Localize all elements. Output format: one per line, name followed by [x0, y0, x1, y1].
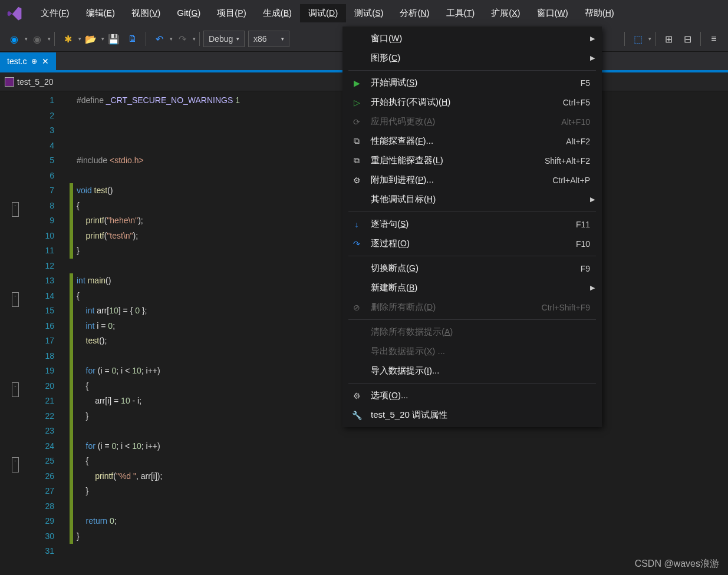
menu-item[interactable]: 图形(C)▶ [342, 48, 602, 68]
menu-item[interactable]: ⚙选项(O)... [342, 386, 602, 405]
line-number[interactable]: 2 [0, 108, 54, 124]
code-line[interactable]: printf("%d ", arr[i]); [70, 469, 728, 484]
line-number[interactable]: 11 [0, 243, 54, 259]
line-number[interactable]: 4 [0, 138, 54, 154]
undo-button[interactable]: ↶ [151, 31, 167, 47]
tool-icon[interactable]: ⊟ [679, 31, 696, 47]
line-number[interactable]: 5 [0, 153, 54, 168]
line-number[interactable]: 14 [0, 289, 54, 304]
line-number[interactable]: 23 [0, 424, 54, 439]
separator [624, 32, 625, 46]
open-file-button[interactable]: 📂 [83, 31, 99, 47]
close-icon[interactable]: ✕ [42, 57, 49, 66]
menu-item[interactable]: 其他调试目标(H)▶ [342, 190, 602, 209]
menu-p[interactable]: 项目(P) [209, 4, 254, 22]
line-number[interactable]: 10 [0, 229, 54, 244]
menu-item[interactable]: ⧉性能探查器(F)...Alt+F2 [342, 131, 602, 151]
line-number[interactable]: 13- [0, 273, 54, 289]
menu-x[interactable]: 扩展(X) [483, 4, 528, 22]
line-number[interactable]: 21 [0, 394, 54, 409]
debug-menu-dropdown: 窗口(W)▶图形(C)▶▶开始调试(S)F5▷开始执行(不调试)(H)Ctrl+… [342, 27, 602, 427]
line-number[interactable]: 3 [0, 123, 54, 138]
menu-f[interactable]: 文件(F) [32, 4, 78, 22]
menu-item[interactable]: ⚙附加到进程(P)...Ctrl+Alt+P [342, 170, 602, 190]
chevron-down-icon[interactable]: ▾ [170, 36, 173, 42]
context-dropdown[interactable]: test_5_20 [5, 77, 54, 87]
line-number[interactable]: 9 [0, 213, 54, 229]
menu-t[interactable]: 工具(T) [438, 4, 483, 22]
menu-b[interactable]: 生成(B) [255, 4, 300, 22]
line-number[interactable]: 27 [0, 484, 54, 499]
menu-item[interactable]: ↷逐过程(O)F10 [342, 234, 602, 253]
chevron-down-icon[interactable]: ▾ [25, 36, 28, 42]
menu-d[interactable]: 调试(D) [300, 4, 346, 22]
menu-e[interactable]: 编辑(E) [78, 4, 123, 22]
line-gutter[interactable]: 1234567-8910111213-141516171819-20212223… [0, 91, 70, 569]
line-number[interactable]: 25 [0, 454, 54, 469]
pin-icon[interactable]: ⊕ [31, 57, 37, 65]
tool-icon[interactable]: ⊞ [660, 31, 677, 47]
menu-item[interactable]: ▷开始执行(不调试)(H)Ctrl+F5 [342, 92, 602, 112]
tool-icon[interactable]: ⬚ [630, 31, 646, 47]
line-number[interactable]: 30 [0, 529, 54, 544]
line-number[interactable]: 28 [0, 499, 54, 514]
chevron-down-icon[interactable]: ▾ [648, 36, 651, 42]
code-line[interactable]: } [70, 484, 728, 499]
menu-g[interactable]: Git(G) [169, 4, 209, 22]
menu-item[interactable]: 切换断点(G)F9 [342, 259, 602, 278]
menu-item[interactable]: 导入数据提示(I)... [342, 361, 602, 381]
new-file-button[interactable]: ✱ [60, 31, 76, 47]
code-line[interactable] [70, 499, 728, 514]
line-number[interactable]: 1 [0, 93, 54, 108]
menu-label: 清除所有数据提示(A) [371, 326, 590, 338]
line-number[interactable]: 16 [0, 319, 54, 334]
line-number[interactable]: 7- [0, 183, 54, 199]
line-number[interactable]: 17 [0, 333, 54, 349]
line-number[interactable]: 22 [0, 409, 54, 424]
menu-item[interactable]: 🔧test_5_20 调试属性 [342, 405, 602, 425]
line-number[interactable]: 26 [0, 469, 54, 484]
nav-back-button[interactable]: ◉ [6, 31, 22, 47]
line-number[interactable]: 6 [0, 168, 54, 184]
save-all-button[interactable]: 🗎 [124, 31, 141, 47]
menu-item[interactable]: ↓逐语句(S)F11 [342, 214, 602, 234]
menu-s[interactable]: 测试(S) [346, 4, 391, 22]
line-number[interactable]: 31 [0, 544, 54, 559]
redo-button[interactable]: ↷ [174, 31, 190, 47]
chevron-down-icon[interactable]: ▾ [78, 36, 81, 42]
code-line[interactable] [70, 544, 728, 559]
line-number[interactable]: 8 [0, 199, 54, 214]
line-number[interactable]: 19- [0, 363, 54, 379]
config-dropdown[interactable]: Debug▾ [203, 31, 245, 47]
menu-label: 新建断点(B) [371, 282, 585, 293]
code-line[interactable]: } [70, 529, 728, 544]
code-line[interactable]: return 0; [70, 514, 728, 529]
platform-dropdown[interactable]: x86▾ [248, 31, 289, 47]
line-number[interactable]: 24- [0, 439, 54, 454]
line-number[interactable]: 20 [0, 379, 54, 394]
menu-item[interactable]: ⧉重启性能探查器(L)Shift+Alt+F2 [342, 151, 602, 170]
line-number[interactable]: 29 [0, 514, 54, 529]
line-number[interactable]: 12 [0, 259, 54, 274]
menu-item[interactable]: ▶开始调试(S)F5 [342, 73, 602, 92]
submenu-arrow-icon: ▶ [590, 35, 595, 42]
save-button[interactable]: 💾 [106, 31, 122, 47]
menu-item: 清除所有数据提示(A) [342, 322, 602, 342]
menu-icon: ↷ [350, 239, 364, 249]
menu-h[interactable]: 帮助(H) [577, 4, 622, 22]
code-line[interactable]: for (i = 0; i < 10; i++) [70, 439, 728, 454]
line-number[interactable]: 15 [0, 303, 54, 319]
menu-w[interactable]: 窗口(W) [529, 4, 577, 22]
menu-v[interactable]: 视图(V) [123, 4, 169, 22]
menu-item[interactable]: 新建断点(B)▶ [342, 278, 602, 298]
nav-forward-button[interactable]: ◉ [29, 31, 45, 47]
tool-icon[interactable]: ≡ [706, 31, 722, 47]
menu-label: 性能探查器(F)... [371, 136, 566, 147]
tab-testc[interactable]: test.c ⊕ ✕ [0, 52, 56, 70]
code-line[interactable]: { [70, 454, 728, 469]
menu-n[interactable]: 分析(N) [391, 4, 437, 22]
menu-item[interactable]: 窗口(W)▶ [342, 29, 602, 48]
line-number[interactable]: 18 [0, 349, 54, 364]
chevron-down-icon[interactable]: ▾ [101, 36, 104, 42]
menu-separator [348, 256, 596, 256]
